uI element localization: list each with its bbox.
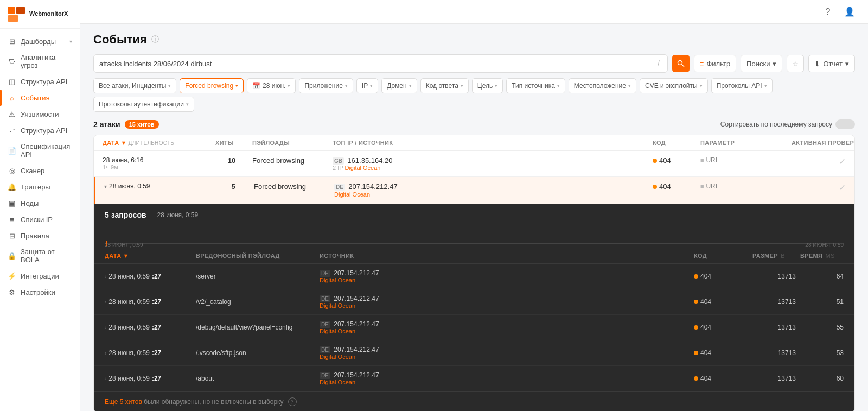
source-provider: Digital Ocean: [334, 191, 370, 198]
filter-label: IP: [362, 82, 368, 90]
svg-rect-2: [8, 15, 18, 22]
chevron-down-icon: ▾: [409, 83, 412, 88]
provider-label: Digital Ocean: [320, 379, 690, 385]
filter-label: Код ответа: [426, 82, 458, 90]
flag-icon: DE: [320, 295, 330, 302]
detail-row[interactable]: › 28 июня, 0:59:27 /server DE 207.154.21…: [94, 264, 854, 289]
filter-ip[interactable]: IP ▾: [356, 78, 378, 93]
sidebar-item-dashboards[interactable]: ⊞ Дашборды ▾: [0, 33, 80, 49]
sidebar-item-triggers[interactable]: 🔔 Триггеры: [0, 179, 80, 195]
filter-domain[interactable]: Домен ▾: [381, 78, 417, 93]
sidebar-item-label: Структура API: [21, 127, 67, 135]
sidebar-item-vulnerabilities[interactable]: ⚠ Уязвимости: [0, 106, 80, 122]
code-dot: [694, 376, 698, 381]
filter-button[interactable]: ≡ Фильтр: [694, 55, 736, 72]
cell-source: GB 161.35.164.20 2 IP Digital Ocean: [333, 156, 648, 171]
sidebar: WebmonitorX ⊞ Дашборды ▾ 🛡 Аналитика угр…: [0, 0, 80, 411]
detail-row[interactable]: › 28 июня, 0:59:27 /.vscode/sftp.json DE…: [94, 340, 854, 366]
sidebar-item-scanner[interactable]: ◎ Сканер: [0, 162, 80, 179]
filter-response-code[interactable]: Код ответа ▾: [420, 78, 469, 93]
slash-icon: /: [655, 59, 662, 68]
report-button[interactable]: ⬇ Отчет ▾: [808, 55, 855, 72]
chevron-icon: ▾: [69, 39, 72, 45]
filter-label: 28 июн.: [263, 82, 285, 90]
sidebar-nav: ⊞ Дашборды ▾ 🛡 Аналитика угроз ◫ Структу…: [0, 29, 80, 411]
download-icon: ⬇: [814, 60, 820, 68]
dr-time: 51: [800, 298, 844, 306]
user-icon[interactable]: 👤: [842, 4, 857, 20]
filter-label: Протоколы аутентификации: [99, 100, 184, 108]
source-flag: GB: [333, 157, 344, 165]
sidebar-item-settings[interactable]: ⚙ Настройки: [0, 284, 80, 300]
sidebar-item-rules[interactable]: ⊟ Правила: [0, 227, 80, 244]
footer-info-icon[interactable]: ?: [288, 397, 297, 406]
cell-active: ✓: [792, 156, 846, 167]
filter-api-protocols[interactable]: Протоколы API ▾: [711, 78, 773, 93]
param-icon: ≡: [700, 183, 704, 189]
star-button[interactable]: ☆: [787, 55, 804, 72]
filter-location[interactable]: Местоположение ▾: [569, 78, 636, 93]
table-row-expanded[interactable]: ▾ 28 июня, 0:59 5 Forced browsing DE 207…: [94, 177, 854, 204]
dth-source: Источник: [320, 252, 690, 259]
sidebar-item-ip-lists[interactable]: ≡ Списки IP: [0, 211, 80, 227]
sort-toggle[interactable]: [835, 119, 855, 129]
filter-label: Все атаки, Инциденты: [99, 82, 166, 90]
svg-rect-0: [8, 7, 15, 14]
table-row[interactable]: 28 июня, 6:16 1ч 9м 10 Forced browsing G…: [94, 151, 854, 177]
dr-source: DE 207.154.212.47 Digital Ocean: [320, 320, 690, 334]
detail-row[interactable]: › 28 июня, 0:59:27 /debug/default/view?p…: [94, 315, 854, 340]
chevron-down-icon: ▾: [495, 83, 497, 88]
filter-attack-type[interactable]: Все атаки, Инциденты ▾: [93, 78, 176, 93]
dth-code: Код: [694, 252, 748, 259]
filter-label: Протоколы API: [717, 82, 762, 90]
filter-target[interactable]: Цель ▾: [472, 78, 503, 93]
sidebar-item-integrations[interactable]: ⚡ Интеграции: [0, 268, 80, 284]
sidebar-item-nodes[interactable]: ▣ Ноды: [0, 195, 80, 211]
events-table: Дата ▼ ДЛИТЕЛЬНОСТЬ Хиты Пэйлоады Топ IP…: [93, 135, 855, 411]
chevron-down-icon: ▾: [345, 83, 348, 88]
help-icon[interactable]: ?: [820, 4, 835, 20]
chevron-down-icon: ▾: [168, 83, 171, 88]
sidebar-item-api-spec[interactable]: 📄 Спецификация API: [0, 138, 80, 162]
code-value: 404: [659, 182, 671, 191]
sidebar-item-events[interactable]: ⌕ События: [0, 90, 80, 106]
searches-label: Поиски: [746, 60, 770, 68]
sidebar-item-bola[interactable]: 🔒 Защита от BOLA: [0, 244, 80, 268]
dr-payload: /debug/default/view?panel=config: [196, 324, 315, 331]
results-count: 2 атаки 15 хитов: [93, 120, 159, 129]
sidebar-item-label: Уязвимости: [21, 110, 59, 118]
sidebar-item-label: Дашборды: [21, 37, 56, 46]
filter-source-type[interactable]: Тип источника ▾: [506, 78, 565, 93]
logo-text: WebmonitorX: [29, 10, 68, 17]
search-button[interactable]: [672, 55, 690, 72]
filter-cve[interactable]: CVE и эксплойты ▾: [640, 78, 708, 93]
detail-row[interactable]: › 28 июня, 0:59:27 /v2/_catalog DE 207.1…: [94, 289, 854, 315]
chevron-down-icon: ▾: [557, 83, 560, 88]
sidebar-item-api-structure-2[interactable]: ⇌ Структура API: [0, 122, 80, 138]
filter-app[interactable]: Приложение ▾: [299, 78, 353, 93]
content-area: События ⓘ / ≡ Фильтр Поиски ▾ ☆: [80, 24, 868, 411]
sidebar-item-label: Структура API: [21, 78, 67, 86]
filter-date[interactable]: 📅 28 июн. ▾: [247, 78, 296, 93]
sidebar-item-label: Защита от BOLA: [21, 248, 72, 264]
dr-date: › 28 июня, 0:59:27: [105, 324, 192, 331]
detail-requests-count: 5 запросов: [105, 211, 146, 219]
filter-auth-protocols[interactable]: Протоколы аутентификации ▾: [93, 97, 194, 112]
detail-header: 5 запросов 28 июня, 0:59: [94, 204, 854, 226]
attacks-count: 2 атаки: [93, 120, 120, 129]
filter-icon: ≡: [700, 60, 704, 68]
detail-row[interactable]: › 28 июня, 0:59:27 /about DE 207.154.212…: [94, 366, 854, 391]
sidebar-item-threat-analytics[interactable]: 🛡 Аналитика угроз: [0, 49, 80, 73]
logo[interactable]: WebmonitorX: [0, 0, 80, 29]
searches-button[interactable]: Поиски ▾: [741, 55, 782, 72]
report-label: Отчет: [823, 60, 843, 68]
sidebar-item-api-structure-1[interactable]: ◫ Структура API: [0, 73, 80, 90]
info-icon[interactable]: ⓘ: [151, 35, 159, 45]
search-input[interactable]: [99, 60, 655, 68]
search-box: /: [93, 54, 668, 73]
grid-icon: ⊞: [8, 37, 16, 46]
chevron-down-icon: ▾: [186, 102, 189, 107]
chevron-right-icon: ›: [105, 274, 106, 280]
dr-source: DE 207.154.212.47 Digital Ocean: [320, 295, 690, 309]
filter-forced-browsing[interactable]: Forced browsing ▾: [180, 78, 244, 93]
